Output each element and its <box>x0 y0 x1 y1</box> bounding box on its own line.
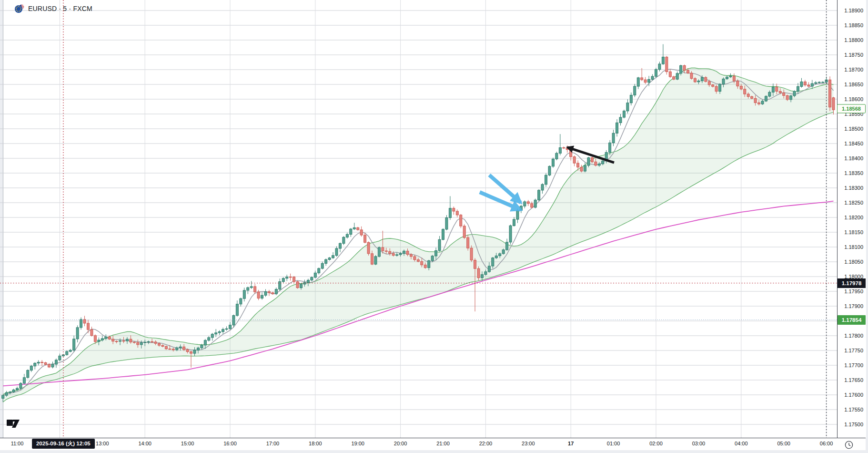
time-axis-label: 17 <box>568 441 574 446</box>
time-axis-label: 03:00 <box>692 441 706 446</box>
price-axis-label: 1.17950 <box>844 288 863 294</box>
crosshair-time-tooltip: 2025-09-16 (火) 12:05 <box>32 439 95 449</box>
chart-canvas[interactable] <box>0 0 837 438</box>
time-axis-label: 01:00 <box>607 441 620 446</box>
price-axis-label: 1.18600 <box>844 96 863 102</box>
price-axis-label: 1.18350 <box>844 170 863 176</box>
price-axis[interactable]: 1.175001.175501.176001.176501.177001.177… <box>837 0 866 438</box>
price-axis-label: 1.17600 <box>844 392 863 398</box>
price-axis-label: 1.18450 <box>844 141 863 146</box>
price-axis-label: 1.17900 <box>844 303 863 309</box>
price-axis-label: 1.18150 <box>844 229 863 235</box>
price-axis-label: 1.18900 <box>844 8 863 13</box>
price-axis-label: 1.17750 <box>844 348 863 353</box>
time-axis-label: 16:00 <box>223 441 237 446</box>
symbol-title: EURUSD · 5 · FXCM <box>28 5 92 12</box>
price-axis-label: 1.18200 <box>844 215 863 220</box>
time-axis-label: 11:00 <box>11 441 24 446</box>
price-axis-label: 1.18850 <box>844 22 863 28</box>
time-axis-label: 20:00 <box>394 441 407 446</box>
price-axis-label: 1.17500 <box>844 422 863 427</box>
price-axis-label: 1.18400 <box>844 155 863 161</box>
last-price-label: 1.18568 <box>837 104 866 113</box>
crosshair-price-label: 1.17978 <box>838 278 866 288</box>
price-axis-label: 1.18300 <box>844 185 863 191</box>
price-axis-label: 1.17550 <box>844 407 863 412</box>
time-axis-label: 14:00 <box>138 441 151 446</box>
time-axis-label: 19:00 <box>351 441 364 446</box>
price-axis-label: 1.18650 <box>844 82 863 87</box>
price-axis-label: 1.18250 <box>844 200 863 206</box>
tradingview-logo[interactable] <box>7 420 21 430</box>
time-axis-label: 02:00 <box>649 441 663 446</box>
symbol-bar[interactable]: EURUSD · 5 · FXCM <box>14 3 92 14</box>
price-axis-label: 1.17800 <box>844 333 863 339</box>
price-axis-label: 1.18750 <box>844 52 863 58</box>
time-axis-label: 05:00 <box>777 441 790 446</box>
time-axis-label: 06:00 <box>820 441 833 446</box>
time-axis-label: 23:00 <box>522 441 535 446</box>
timezone-clock-button[interactable] <box>844 440 854 452</box>
time-axis-label: 15:00 <box>181 441 194 446</box>
time-axis-label: 18:00 <box>309 441 322 446</box>
prev-close-price-label: 1.17854 <box>838 315 866 325</box>
time-axis-label: 13:00 <box>96 441 109 446</box>
time-axis-label: 04:00 <box>735 441 748 446</box>
eurusd-flags-icon <box>14 4 25 13</box>
time-axis-label: 22:00 <box>479 441 493 446</box>
time-axis[interactable]: 11:0012:0013:0014:0015:0016:0017:0018:00… <box>0 438 866 450</box>
price-axis-label: 1.17650 <box>844 377 863 383</box>
price-axis-label: 1.18700 <box>844 67 863 72</box>
price-axis-label: 1.18100 <box>844 244 863 250</box>
price-axis-label: 1.18500 <box>844 126 863 132</box>
price-axis-label: 1.17700 <box>844 362 863 368</box>
tradingview-chart-page: { "symbol_bar": { "title": "EURUSD · 5 ·… <box>0 0 868 453</box>
time-axis-label: 21:00 <box>436 441 450 446</box>
time-axis-label: 17:00 <box>266 441 280 446</box>
price-axis-label: 1.18800 <box>844 37 863 43</box>
price-axis-label: 1.18050 <box>844 259 863 265</box>
